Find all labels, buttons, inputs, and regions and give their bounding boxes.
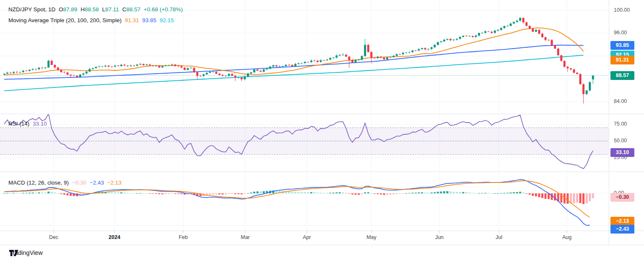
symbol-title: NZD/JPY Spot, 1D [8, 6, 55, 13]
open-value: 87.89 [63, 6, 78, 13]
rsi-label: RSI (14) [8, 121, 29, 127]
time-axis-label-Mar: Mar [231, 234, 260, 240]
macd-signal-badge: −2.13 [610, 217, 634, 226]
price-tick-84.00: 84.00 [614, 98, 627, 104]
high-label: H [80, 6, 85, 13]
rsi-tick-75.00: 75.00 [614, 121, 627, 127]
close-value: 88.57 [126, 6, 140, 13]
low-value: 87.11 [105, 6, 119, 13]
macd-signal-value: −2.13 [107, 180, 122, 186]
time-axis-label-2024: 2024 [100, 234, 129, 240]
rsi-tick-50.00: 50.00 [614, 138, 627, 144]
time-axis-label-Apr: Apr [292, 234, 322, 240]
high-value: 88.58 [85, 6, 99, 13]
price-tick-100.00: 100.00 [614, 7, 630, 13]
macd-hist-value: −0.30 [72, 180, 86, 186]
symbol-legend[interactable]: NZD/JPY Spot, 1D O87.89 H88.58 L87.11 C8… [8, 6, 184, 13]
tradingview-brand[interactable]: TradingView [9, 249, 43, 256]
ma-title: Moving Average Triple (20, 100, 200, Sim… [8, 17, 122, 23]
rsi-legend[interactable]: RSI (14) 33.10 [8, 121, 49, 127]
price-tick-96.00: 96.00 [614, 30, 627, 36]
panel-separator-price-rsi[interactable] [0, 114, 644, 114]
rsi-value: 33.10 [33, 121, 47, 127]
close-label: C [122, 6, 127, 13]
macd-hist-badge: −0.30 [610, 193, 634, 202]
low-label: L [102, 6, 105, 13]
macd-line-badge: −2.43 [610, 225, 634, 234]
ma200-value: 92.15 [160, 17, 174, 23]
macd-line-value: −2.43 [90, 180, 104, 186]
time-axis-label-May: May [357, 234, 386, 240]
tradingview-logo-icon [9, 249, 19, 257]
macd-label: MACD (12, 26, close, 9) [8, 180, 69, 186]
time-axis-label-Aug: Aug [552, 234, 582, 240]
time-axis-label-Dec: Dec [39, 234, 68, 240]
last-price-badge: 88.57 [610, 71, 634, 80]
macd-legend[interactable]: MACD (12, 26, close, 9) −0.30 −2.43 −2.1… [8, 180, 123, 186]
time-axis-bottom-border [0, 245, 644, 245]
panel-separator-rsi-macd[interactable] [0, 172, 644, 172]
price-axis-border [609, 0, 609, 245]
rsi-value-badge: 33.10 [610, 148, 634, 157]
time-axis-label-Feb: Feb [169, 234, 198, 240]
ma20-price-badge: 91.31 [610, 56, 634, 64]
change-value: +0.68 (+0.78%) [144, 6, 183, 13]
ma-legend[interactable]: Moving Average Triple (20, 100, 200, Sim… [8, 17, 176, 23]
ma100-price-badge: 93.85 [610, 41, 634, 50]
time-axis-label-Jun: Jun [425, 234, 454, 240]
ma20-value: 91.31 [125, 17, 139, 23]
time-axis-top-border [0, 231, 644, 231]
ma100-value: 93.85 [142, 17, 156, 23]
open-label: O [59, 6, 63, 13]
time-axis-label-Jul: Jul [484, 234, 514, 240]
chart-root: NZD/JPY Spot, 1D O87.89 H88.58 L87.11 C8… [0, 0, 644, 262]
